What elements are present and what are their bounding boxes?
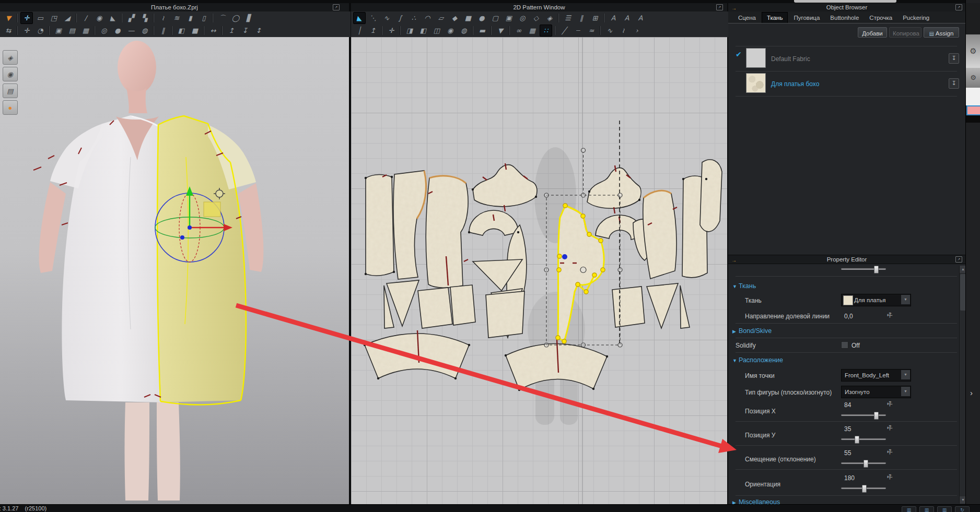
property-scrollbar[interactable]: ▲ ▼ (959, 266, 965, 504)
simulate-icon[interactable]: ▼ (2, 12, 15, 24)
measure-gap-icon[interactable]: ↔ (207, 25, 219, 37)
show-arrangement-points-icon[interactable]: ∷ (540, 25, 552, 37)
section-miscellaneous[interactable]: ▶Miscellaneous (732, 498, 780, 504)
select-lasso-icon[interactable]: ◳ (48, 12, 60, 24)
piece-front-bodice-right[interactable] (643, 190, 676, 279)
unfold-garment-icon[interactable]: ↥ (367, 25, 379, 37)
wave-stitch-icon[interactable]: ∿ (603, 25, 616, 37)
posy-value[interactable]: 35 (844, 425, 851, 433)
avatar-silhouette-icon[interactable]: ▮ (184, 12, 196, 24)
piece-waistband-center[interactable] (486, 291, 524, 338)
piece-godet-right-1[interactable] (647, 283, 678, 328)
orientation-value[interactable]: 180 (844, 474, 855, 482)
add-fabric-button[interactable]: Добави (858, 27, 887, 38)
copy-fabric-button[interactable]: Копирова (889, 27, 921, 38)
section-arrangement[interactable]: ▼Расположение (732, 356, 783, 364)
arrangement-point[interactable] (562, 254, 567, 259)
pleats-icon[interactable]: ☰ (562, 12, 574, 24)
zipper-icon[interactable]: ∥ (157, 25, 169, 37)
piece-waistband-left-2[interactable] (450, 285, 475, 325)
fabric-swatch-icon[interactable]: ▤ (66, 25, 78, 37)
winding-tool-icon[interactable]: ≀ (157, 12, 169, 24)
edit-curve-point-icon[interactable]: ∫ (394, 12, 406, 24)
check-sew-icon[interactable]: ◍ (458, 25, 470, 37)
section-fabric[interactable]: ▼Ткань (732, 282, 756, 290)
pin-sphere-icon[interactable]: ◉ (93, 12, 106, 24)
piece-godet-right-2[interactable] (680, 285, 690, 328)
grain-line-icon[interactable]: ╱ (558, 25, 570, 37)
plane-icon[interactable]: ■ (189, 25, 201, 37)
gizmo-center-point[interactable] (188, 225, 192, 230)
select-text-icon[interactable]: A (607, 12, 620, 24)
internal-rect-icon[interactable]: ▣ (503, 12, 515, 24)
scroll-thumb[interactable] (960, 274, 965, 311)
select-stitch-icon[interactable]: ∞ (512, 25, 525, 37)
bottom-toggle-3-icon[interactable]: ▥ (937, 506, 952, 512)
popout-property-editor-icon[interactable]: ↗ (955, 256, 962, 263)
expand-chevron-icon[interactable]: › (970, 388, 973, 397)
piece-waistband-left-1[interactable] (418, 288, 452, 328)
button-icon[interactable]: ● (111, 25, 124, 37)
fabric-name[interactable]: Для платья бохо (771, 80, 819, 88)
bottom-toggle-2-icon[interactable]: ▥ (919, 506, 934, 512)
grain-value[interactable]: 0,0 (844, 313, 853, 320)
save-fabric-icon[interactable]: ↧ (949, 53, 959, 64)
arrange-fold-icon[interactable]: ▚ (138, 12, 151, 24)
lift-garment-icon[interactable]: ↥ (225, 25, 238, 37)
tape-measure-icon[interactable]: ⌒ (216, 12, 228, 24)
offset-value[interactable]: 55 (844, 449, 851, 457)
rotate-text-icon[interactable]: A (634, 12, 647, 24)
piece-waistband-right[interactable] (612, 287, 645, 327)
fabric-texture-button[interactable]: ▤ (3, 84, 18, 98)
assign-fabric-button[interactable]: ▤ Assign (924, 27, 959, 38)
toolbar-overflow-icon[interactable]: › (631, 25, 643, 37)
detail-sew-icon[interactable]: ◉ (444, 25, 457, 37)
segment-sew-icon[interactable]: ◨ (403, 25, 416, 37)
avatar-pin-icon[interactable]: ▯ (197, 12, 210, 24)
avatar-display-button[interactable]: ● (3, 100, 18, 115)
free-sew-icon[interactable]: ◧ (417, 25, 429, 37)
gear-icon[interactable]: ⚙ (970, 74, 976, 81)
piece-front-bodice-left[interactable] (393, 171, 426, 279)
scroll-up-icon[interactable]: ▲ (960, 266, 965, 273)
rotate-plane-icon[interactable]: ◢ (61, 12, 74, 24)
wrench-icon[interactable]: ⚒ (885, 399, 894, 409)
edit-bezier-icon[interactable]: ◠ (421, 12, 434, 24)
piece-collar-left[interactable] (469, 210, 518, 235)
mn-sew-icon[interactable]: ◫ (430, 25, 443, 37)
pleats-sew-icon[interactable]: ∥ (575, 12, 588, 24)
pin-cushion-icon[interactable]: ◔ (34, 25, 46, 37)
drop-garment-icon[interactable]: ↧ (239, 25, 251, 37)
solidify-checkbox[interactable] (841, 341, 848, 349)
center-handle[interactable] (580, 267, 586, 273)
edit-curvature-icon[interactable]: ∿ (380, 12, 393, 24)
basting-icon[interactable]: ┄ (571, 25, 584, 37)
select-plane-icon[interactable]: ◧ (175, 25, 188, 37)
shape-type-dropdown[interactable]: Изогнуто ▼ (841, 386, 911, 398)
wrench-icon[interactable]: ⚒ (885, 423, 894, 433)
piece-sleeve-cap-right[interactable] (587, 168, 641, 208)
fabric-swatch-boho[interactable] (746, 73, 766, 93)
refresh-icon[interactable]: ↻ (955, 506, 970, 512)
piece-flounce-right[interactable] (506, 343, 607, 390)
piece-side-panel-left[interactable] (366, 174, 394, 276)
wrench-icon[interactable]: ⚒ (885, 311, 894, 320)
pan-ruler-icon[interactable]: │ (353, 25, 366, 37)
height-ruler-icon[interactable]: ▋ (243, 12, 255, 24)
arrange-pair-icon[interactable]: ▞ (125, 12, 137, 24)
select-pin-icon[interactable]: ✛ (20, 25, 33, 37)
attach-clip-icon[interactable]: ▣ (52, 25, 65, 37)
fabric-dropdown[interactable]: Для платья ▼ (841, 294, 911, 306)
buttonhole-icon[interactable]: — (125, 25, 137, 37)
select-box-icon[interactable]: ▭ (34, 12, 46, 24)
gizmo-plane-handle[interactable] (204, 202, 220, 217)
color-swatch-pink[interactable] (966, 105, 980, 115)
clone-pattern-icon[interactable]: ⊞ (589, 12, 601, 24)
seam-shape-icon[interactable]: ◈ (543, 12, 556, 24)
trace-pattern-icon[interactable]: ▱ (435, 12, 447, 24)
piece-flounce-left[interactable] (365, 334, 469, 378)
winding-all-icon[interactable]: ≋ (170, 12, 183, 24)
popout-object-browser-icon[interactable]: ↗ (955, 4, 962, 10)
rectangle-tool-icon[interactable]: ■ (462, 12, 474, 24)
piece-curved-right[interactable] (700, 160, 722, 232)
